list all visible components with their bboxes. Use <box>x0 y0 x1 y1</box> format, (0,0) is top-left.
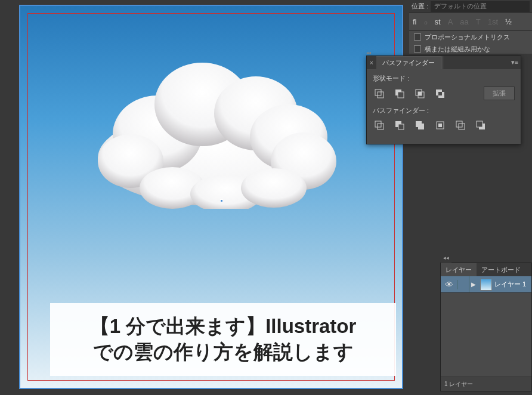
svg-rect-27 <box>438 124 442 127</box>
svg-point-9 <box>241 168 307 208</box>
minus-back-icon[interactable] <box>474 119 487 132</box>
ordinals-icon[interactable]: T <box>476 17 481 26</box>
tab-artboard[interactable]: アートボード <box>477 263 525 276</box>
checkbox-icon[interactable] <box>414 45 421 53</box>
opentype-feature-bar: fi ℴ st A aa T 1st ½ <box>409 13 532 31</box>
title-overlay: 【1 分で出来ます】Illustrator での雲の作り方を解説します <box>50 303 396 376</box>
kana-direction-row[interactable]: 横または縦組み用かな <box>409 43 532 55</box>
kana-direction-label: 横または縦組み用かな <box>425 45 490 54</box>
layers-panel: ◂◂ レイヤー アートボード 👁 ▶ レイヤー 1 1 レイヤー <box>440 263 532 391</box>
outline-icon[interactable] <box>454 119 467 132</box>
svg-rect-25 <box>418 124 424 129</box>
proportional-metrics-label: プロポーショナルメトリクス <box>425 33 510 42</box>
svg-rect-19 <box>438 92 442 95</box>
position-row: 位置 : デフォルトの位置 <box>409 0 532 13</box>
position-label: 位置 : <box>412 2 428 11</box>
tab-bar-filler <box>441 56 521 69</box>
svg-rect-10 <box>375 90 381 95</box>
svg-rect-16 <box>418 92 422 95</box>
divide-icon[interactable] <box>373 119 386 132</box>
layer-count: 1 レイヤー <box>444 380 473 388</box>
exclude-icon[interactable] <box>434 87 447 100</box>
ligature-fi-icon[interactable]: fi <box>413 17 417 26</box>
proportional-metrics-row[interactable]: プロポーショナルメトリクス <box>409 31 532 43</box>
svg-rect-31 <box>477 121 482 127</box>
minus-front-icon[interactable] <box>393 87 406 100</box>
title-line-1: 【1 分で出来ます】Illustrator <box>56 314 390 340</box>
layers-empty-area <box>441 293 531 377</box>
checkbox-icon[interactable] <box>414 33 421 41</box>
svg-rect-28 <box>456 121 462 127</box>
layer-name[interactable]: レイヤー 1 <box>494 280 526 289</box>
svg-rect-13 <box>398 92 404 98</box>
pathfinder-ops-row <box>373 119 515 132</box>
svg-rect-20 <box>375 121 381 127</box>
close-icon[interactable]: × <box>367 60 376 66</box>
layers-tab-bar: レイヤー アートボード <box>441 263 531 276</box>
merge-icon[interactable] <box>413 119 426 132</box>
layer-thumbnail <box>480 279 492 291</box>
title-line-2: での雲の作り方を解説します <box>56 340 390 365</box>
stylistic-alt-icon[interactable]: A <box>448 17 453 26</box>
svg-rect-29 <box>459 124 465 129</box>
expand-triangle-icon[interactable]: ▶ <box>469 281 478 288</box>
ordinal-1st-icon[interactable]: 1st <box>488 17 498 26</box>
collapse-icon[interactable]: ◂◂ <box>441 252 451 263</box>
ligature-st-icon[interactable]: st <box>435 17 441 26</box>
crop-icon[interactable] <box>434 119 447 132</box>
shape-mode-row: 拡張 <box>373 87 515 100</box>
svg-rect-21 <box>378 124 383 129</box>
opentype-panel: 位置 : デフォルトの位置 fi ℴ st A aa T 1st ½ プロポーシ… <box>409 0 532 54</box>
position-dropdown[interactable]: デフォルトの位置 <box>431 1 530 12</box>
layer-row[interactable]: 👁 ▶ レイヤー 1 <box>441 276 531 293</box>
tab-layers[interactable]: レイヤー <box>441 263 477 276</box>
panel-menu-icon[interactable]: ▾≡ <box>511 58 518 66</box>
unite-icon[interactable] <box>373 87 386 100</box>
cloud-shape[interactable] <box>89 54 339 209</box>
lock-column[interactable] <box>457 276 469 292</box>
expand-button[interactable]: 拡張 <box>484 87 515 100</box>
panel-collapse-grip[interactable]: ◂◂ <box>366 50 371 55</box>
svg-rect-11 <box>378 92 383 98</box>
layers-footer: 1 レイヤー <box>441 377 531 391</box>
swash-icon[interactable]: ℴ <box>424 17 428 26</box>
tab-pathfinder[interactable]: パスファインダー <box>376 56 441 69</box>
fractions-icon[interactable]: ½ <box>505 17 512 26</box>
artboard[interactable]: 【1 分で出来ます】Illustrator での雲の作り方を解説します <box>19 5 403 389</box>
pathfinder-ops-label: パスファインダー : <box>373 106 515 115</box>
intersect-icon[interactable] <box>413 87 426 100</box>
trim-icon[interactable] <box>393 119 406 132</box>
pathfinder-panel: × パスファインダー ▾≡ 形状モード : 拡張 パスファインダー : <box>366 55 521 144</box>
shape-mode-label: 形状モード : <box>373 74 515 83</box>
panel-tab-bar[interactable]: × パスファインダー ▾≡ <box>367 56 521 69</box>
svg-rect-23 <box>398 124 404 129</box>
titling-alt-icon[interactable]: aa <box>460 17 468 26</box>
visibility-icon[interactable]: 👁 <box>441 280 457 289</box>
selection-anchor[interactable] <box>220 199 223 202</box>
